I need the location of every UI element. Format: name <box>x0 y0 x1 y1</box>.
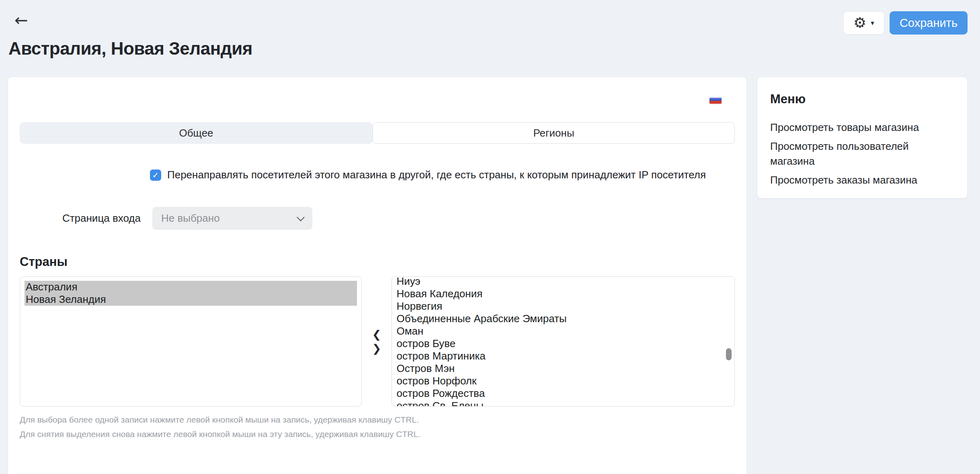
hint-multiselect: Для выбора более одной записи нажмите ле… <box>20 415 735 424</box>
list-item[interactable]: остров Норфолк <box>396 375 734 387</box>
available-countries-listbox[interactable]: Ниуэ Новая Каледония Норвегия Объединенн… <box>392 276 735 407</box>
top-actions: ⚙ ▾ Сохранить <box>843 11 968 35</box>
entry-page-row: Страница входа Не выбрано <box>20 207 735 230</box>
tab-general[interactable]: Общее <box>20 122 373 144</box>
list-item[interactable]: Объединенные Арабские Эмираты <box>396 313 734 325</box>
content-area: Общее Регионы ✓ Перенаправлять посетител… <box>8 77 968 474</box>
move-left-button[interactable]: ❮ <box>372 329 381 340</box>
redirect-checkbox-label: Перенаправлять посетителей этого магазин… <box>167 169 706 181</box>
chevron-down-icon <box>297 213 305 221</box>
list-item[interactable]: Норвегия <box>396 300 734 313</box>
scrollbar-thumb[interactable] <box>726 348 732 360</box>
tab-bar: Общее Регионы <box>20 122 735 144</box>
back-arrow-icon: ← <box>14 11 28 29</box>
check-icon: ✓ <box>152 170 159 180</box>
list-item[interactable]: Ниуэ <box>396 276 734 288</box>
list-item[interactable]: Австралия <box>25 281 357 293</box>
move-right-button[interactable]: ❯ <box>372 343 381 354</box>
list-item[interactable]: остров Буве <box>396 337 734 350</box>
countries-dual-list: Австралия Новая Зеландия ❮ ❯ Ниуэ Новая … <box>20 276 735 407</box>
page-title: Австралия, Новая Зеландия <box>8 39 252 59</box>
settings-dropdown-button[interactable]: ⚙ ▾ <box>843 11 884 35</box>
entry-page-select[interactable]: Не выбрано <box>152 207 312 230</box>
store-settings-card: Общее Регионы ✓ Перенаправлять посетител… <box>8 77 747 474</box>
list-item[interactable]: остров Рождества <box>396 387 734 400</box>
redirect-checkbox[interactable]: ✓ <box>150 170 161 181</box>
caret-down-icon: ▾ <box>871 20 874 27</box>
list-item[interactable]: остров Св. Елены <box>396 400 734 407</box>
selected-countries-listbox[interactable]: Австралия Новая Зеландия <box>20 276 362 407</box>
russia-flag-icon[interactable] <box>709 95 722 104</box>
listbox-hints: Для выбора более одной записи нажмите ле… <box>20 415 735 438</box>
tab-general-label: Общее <box>179 127 213 139</box>
redirect-checkbox-row: ✓ Перенаправлять посетителей этого магаз… <box>150 169 735 181</box>
hint-deselect: Для снятия выделения снова нажмите левой… <box>20 430 735 438</box>
list-item[interactable]: Оман <box>396 325 734 337</box>
tab-regions-label: Регионы <box>533 127 574 139</box>
list-item[interactable]: остров Мартиника <box>396 350 734 362</box>
save-button[interactable]: Сохранить <box>890 11 968 35</box>
entry-page-select-value: Не выбрано <box>161 212 220 225</box>
menu-link-store-orders[interactable]: Просмотреть заказы магазина <box>770 173 947 188</box>
entry-page-label: Страница входа <box>20 212 141 225</box>
back-button[interactable]: ← <box>14 12 28 28</box>
countries-heading: Страны <box>20 255 735 269</box>
gear-icon: ⚙ <box>853 16 866 30</box>
menu-link-store-products[interactable]: Просмотреть товары магазина <box>770 120 947 135</box>
menu-heading: Меню <box>770 92 954 106</box>
menu-link-store-users[interactable]: Просмотреть пользователей магазина <box>770 139 947 169</box>
list-item[interactable]: Новая Каледония <box>396 288 734 300</box>
tab-regions[interactable]: Регионы <box>373 122 735 144</box>
menu-card: Меню Просмотреть товары магазина Просмот… <box>757 77 968 198</box>
list-item[interactable]: Остров Мэн <box>396 362 734 375</box>
move-arrows: ❮ ❯ <box>362 276 392 407</box>
list-item[interactable]: Новая Зеландия <box>25 293 357 306</box>
